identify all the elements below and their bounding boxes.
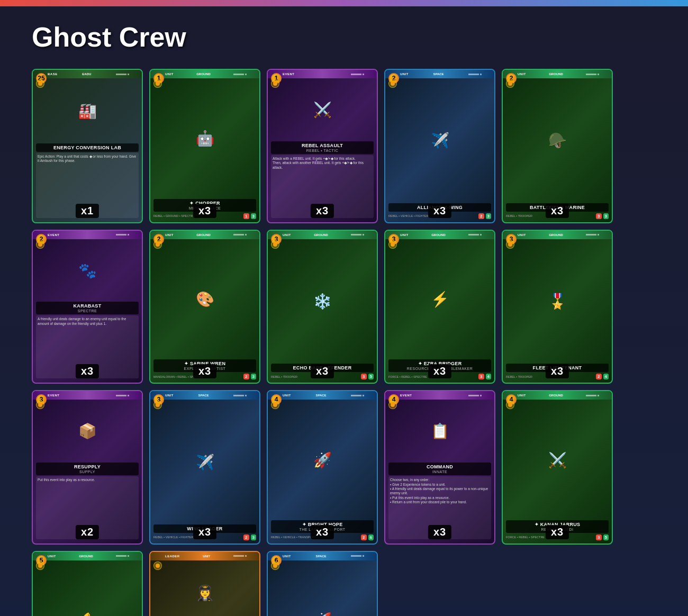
card-type-label: UNIT [400, 73, 409, 76]
card-command[interactable]: EVENT 4 📋 [384, 390, 495, 545]
card-faction-icon [506, 79, 514, 88]
card-multiplier: x3 [428, 364, 451, 378]
card-multiplier: x3 [193, 204, 216, 218]
card-art: 🚀 [271, 562, 374, 616]
top-gradient [0, 0, 688, 6]
card-type-label: UNIT [165, 73, 174, 76]
card-type-label: LEADER [165, 555, 180, 558]
card-sabine-wren[interactable]: UNIT GROUND 2 🎨 [149, 230, 260, 384]
card-wrapper-bright-hope: UNIT SPACE 4 🚀 [267, 390, 378, 545]
cards-container: BASE EADU 25 🏭 [0, 64, 688, 616]
card-name: Rebel Assault [273, 143, 372, 148]
card-multiplier: x3 [428, 204, 451, 218]
card-wrapper-command: EVENT 4 📋 [384, 390, 495, 545]
card-type-label: EVENT [400, 394, 412, 397]
card-subtype-label: SPACE [198, 394, 209, 397]
card-multiplier: x3 [546, 204, 569, 218]
card-art: 🤖 [153, 80, 256, 197]
card-name: Karabast [38, 303, 137, 309]
card-wrapper-chopper: UNIT GROUND 1 🤖 [149, 69, 260, 223]
card-multiplier: x1 [76, 204, 99, 218]
card-name: Command [391, 464, 489, 469]
card-wrapper-resupply: EVENT 3 📦 [32, 390, 143, 545]
card-wrapper-alliance-xwing: UNIT SPACE 2 ✈️ [384, 69, 495, 223]
card-faction-icon [388, 79, 397, 88]
card-faction-icon [388, 240, 397, 249]
card-subtype-label: SPACE [315, 394, 326, 397]
card-rebel-assault[interactable]: EVENT 1 ⚔️ [267, 69, 378, 223]
card-faction-icon [153, 561, 162, 570]
card-chopper[interactable]: UNIT GROUND 1 🤖 [149, 69, 260, 223]
card-wrapper-fleet-lieutenant: UNIT GROUND 3 🎖️ [502, 230, 613, 384]
card-art: 🎨 [153, 241, 256, 358]
card-art: 💪 [36, 562, 139, 616]
card-energy-conversion-lab[interactable]: BASE EADU 25 🏭 [32, 69, 143, 223]
card-faction-icon [506, 240, 514, 249]
card-karabast[interactable]: EVENT 2 🐾 [32, 230, 143, 384]
card-row-1: EVENT 2 🐾 [32, 230, 656, 384]
card-type-label: UNIT [283, 233, 291, 237]
card-wrapper-zeb-orrelios: UNIT GROUND 5 💪 [32, 551, 143, 616]
card-subtype-label: GROUND [549, 73, 563, 76]
card-art: 🪖 [506, 80, 609, 202]
card-subtype-label: GROUND [196, 233, 211, 237]
card-row-0: BASE EADU 25 🏭 [32, 69, 656, 223]
card-ezra-bridger[interactable]: UNIT GROUND 3 ⚡ [384, 230, 495, 384]
card-alliance-xwing[interactable]: UNIT SPACE 2 ✈️ [384, 69, 495, 223]
card-subtitle: SPECTRE [38, 309, 137, 313]
card-kanan-jarrus[interactable]: UNIT GROUND 4 ⚔️ [502, 390, 613, 545]
card-art: ⚔️ [506, 401, 609, 519]
card-echo-base-defender[interactable]: UNIT GROUND 3 ❄️ [267, 230, 378, 384]
card-hera-syndulla[interactable]: LEADER UNIT 👩‍✈️ [149, 551, 260, 616]
card-faction-icon [153, 79, 162, 88]
card-wrapper-sabine-wren: UNIT GROUND 2 🎨 [149, 230, 260, 384]
card-faction-icon [36, 79, 44, 88]
card-faction-icon [271, 240, 279, 249]
card-subtype-label: SPACE [433, 73, 443, 76]
card-art: ⚡ [388, 241, 491, 358]
card-type-label: EVENT [48, 233, 60, 237]
card-type-label: UNIT [283, 555, 291, 558]
card-type-label: UNIT [165, 394, 174, 397]
card-type-label: BASE [48, 73, 58, 76]
card-subtype-label: GROUND [549, 233, 563, 237]
card-multiplier: x3 [546, 525, 569, 539]
card-wrapper-hera-syndulla: LEADER UNIT 👩‍✈️ [149, 551, 260, 616]
card-subtype-label: GROUND [549, 394, 563, 397]
card-type-label: EVENT [283, 73, 295, 76]
card-multiplier: x3 [546, 364, 569, 378]
card-subtype-label: UNIT [203, 555, 210, 558]
card-multiplier: x3 [76, 364, 99, 378]
card-wrapper-energy-conversion-lab: BASE EADU 25 🏭 [32, 69, 143, 223]
card-subtype-label: GROUND [196, 73, 211, 76]
card-art: 🎖️ [506, 241, 609, 363]
card-wrapper-the-ghost: UNIT SPACE 6 🚀 [267, 551, 378, 616]
card-faction-icon [271, 561, 279, 570]
card-subtype-label: GROUND [314, 233, 328, 237]
card-type-label: UNIT [165, 233, 174, 237]
card-art: ❄️ [271, 241, 374, 363]
card-wrapper-wing-leader: UNIT SPACE 3 ✈️ [149, 390, 260, 545]
card-type-label: EVENT [48, 394, 60, 397]
card-subtype-label: GROUND [431, 233, 446, 237]
card-zeb-orrelios[interactable]: UNIT GROUND 5 💪 [32, 551, 143, 616]
card-wing-leader[interactable]: UNIT SPACE 3 ✈️ [149, 390, 260, 545]
card-multiplier: x3 [311, 525, 334, 539]
card-type-label: UNIT [518, 394, 526, 397]
card-multiplier: x3 [311, 204, 334, 218]
card-resupply[interactable]: EVENT 3 📦 [32, 390, 143, 545]
card-the-ghost[interactable]: UNIT SPACE 6 🚀 [267, 551, 378, 616]
card-type-label: UNIT [518, 233, 526, 237]
card-art: 🚀 [271, 401, 374, 519]
card-bright-hope[interactable]: UNIT SPACE 4 🚀 [267, 390, 378, 545]
card-multiplier: x3 [193, 364, 216, 378]
card-fleet-lieutenant[interactable]: UNIT GROUND 3 🎖️ [502, 230, 613, 384]
card-subtitle: SUPPLY [38, 470, 137, 474]
card-multiplier: x3 [428, 525, 451, 539]
card-subtype-label: SPACE [315, 555, 326, 558]
card-art: 📋 [388, 401, 491, 461]
card-multiplier: x3 [193, 525, 216, 539]
card-wrapper-karabast: EVENT 2 🐾 [32, 230, 143, 384]
card-battlefield-marine[interactable]: UNIT GROUND 2 🪖 [502, 69, 613, 223]
card-multiplier: x3 [311, 364, 334, 378]
